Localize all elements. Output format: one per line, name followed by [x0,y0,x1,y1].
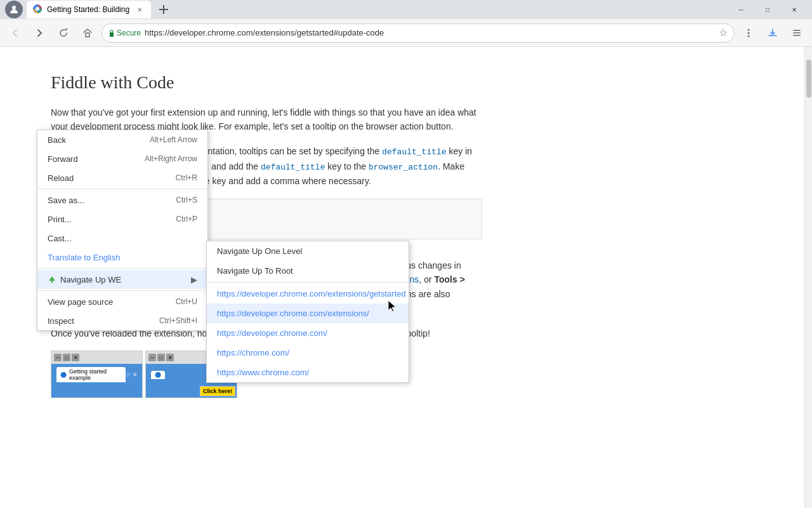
context-menu-cast[interactable]: Cast... [37,229,207,248]
secure-badge: Secure [108,29,141,37]
svg-point-2 [36,7,39,11]
profile-button[interactable] [5,1,23,18]
forward-button[interactable] [29,23,49,43]
context-menu-reload[interactable]: Reload Ctrl+R [37,168,207,187]
submenu-navigate-up-one[interactable]: Navigate Up One Level [207,241,409,261]
svg-rect-10 [793,30,801,31]
svg-rect-13 [51,281,53,283]
submenu-link-developer[interactable]: https://developer.chrome.com/ [207,323,409,343]
context-menu-forward[interactable]: Forward Alt+Right Arrow [37,149,207,168]
ss1-star-icon: ☆ [126,371,131,378]
svg-rect-11 [793,32,801,34]
ss1-tab-title: Getting started example [69,368,122,381]
context-menu-save-as[interactable]: Save as... Ctrl+S [37,190,207,210]
chrome-menu-button[interactable] [787,23,807,43]
svg-point-0 [12,6,16,10]
submenu-divider-1 [207,282,409,283]
context-menu-inspect[interactable]: Inspect Ctrl+Shift+I [37,311,207,330]
svg-rect-12 [793,35,801,36]
maximize-button[interactable]: □ [755,1,780,18]
svg-rect-5 [86,33,89,37]
context-menu-divider-2 [37,268,207,269]
close-button[interactable]: ✕ [782,1,807,18]
context-menu-view-source[interactable]: View page source Ctrl+U [37,292,207,311]
svg-point-7 [748,29,750,30]
home-button[interactable] [77,23,98,43]
context-menu-divider-1 [37,189,207,189]
download-button[interactable] [763,23,783,43]
minimize-button[interactable]: ─ [728,1,754,18]
title-bar-left: Getting Started: Building ✕ [5,1,173,18]
tab-title: Getting Started: Building [47,5,129,14]
title-bar: Getting Started: Building ✕ ─ □ ✕ [0,0,812,19]
ss2-minimize-icon: ─ [148,354,156,361]
svg-point-8 [748,32,750,34]
context-menu-translate[interactable]: Translate to English [37,248,207,267]
submenu-link-getstarted[interactable]: https://developer.chrome.com/extensions/… [207,284,409,304]
bookmark-star-icon[interactable]: ☆ [719,27,728,39]
context-menu-navigate-up[interactable]: Navigate Up WE ▶ [37,270,207,289]
context-menu-print[interactable]: Print... Ctrl+P [37,210,207,229]
scrollbar-thumb[interactable] [806,60,811,98]
browser-content: Fiddle with Code Now that you've got you… [0,47,812,508]
context-menu-divider-3 [37,290,207,291]
ss-close-icon: ✕ [72,354,79,361]
ss2-close-icon: ✕ [166,354,174,361]
submenu: Navigate Up One Level Navigate Up To Roo… [206,241,409,383]
click-here-badge: Click here! [200,386,235,396]
context-menu-back[interactable]: Back Alt+Left Arrow [37,130,207,149]
ss-minimize-icon: ─ [54,354,62,361]
reload-button[interactable] [53,23,74,43]
tab-favicon [33,4,42,15]
ss1-menu-icon: ≡ [133,371,137,378]
ss1-tab-icon: 🔵 [60,372,67,378]
new-tab-button[interactable] [155,1,173,18]
submenu-link-www-chrome[interactable]: https://www.chrome.com/ [207,363,409,382]
ss2-maximize-icon: □ [157,354,165,361]
scrollbar[interactable] [804,47,812,508]
submenu-link-chrome[interactable]: https://chrome.com/ [207,343,409,363]
title-bar-right: ─ □ ✕ [728,1,807,18]
submenu-link-extensions[interactable]: https://developer.chrome.com/extensions/ [207,304,409,323]
svg-point-9 [748,35,750,37]
ss2-tab-icon: 🔵 [155,372,161,378]
submenu-navigate-up-root[interactable]: Navigate Up To Root [207,261,409,281]
extensions-button[interactable] [738,23,759,43]
address-url: https://developer.chrome.com/extensions/… [145,28,384,37]
context-menu: Back Alt+Left Arrow Forward Alt+Right Ar… [37,130,208,331]
svg-rect-4 [159,9,168,10]
active-tab[interactable]: Getting Started: Building ✕ [27,1,151,18]
navigation-bar: Secure https://developer.chrome.com/exte… [0,19,812,47]
address-bar[interactable]: Secure https://developer.chrome.com/exte… [102,23,735,43]
tab-close-button[interactable]: ✕ [134,4,145,15]
page-title: Fiddle with Code [51,72,754,93]
screenshot-1: ─ □ ✕ 🔵 Getting started example ☆ [51,351,143,398]
secure-text: Secure [117,29,141,37]
navigate-up-icon [48,275,56,284]
back-button[interactable] [5,23,25,43]
ss-maximize-icon: □ [63,354,70,361]
svg-rect-6 [110,32,114,37]
